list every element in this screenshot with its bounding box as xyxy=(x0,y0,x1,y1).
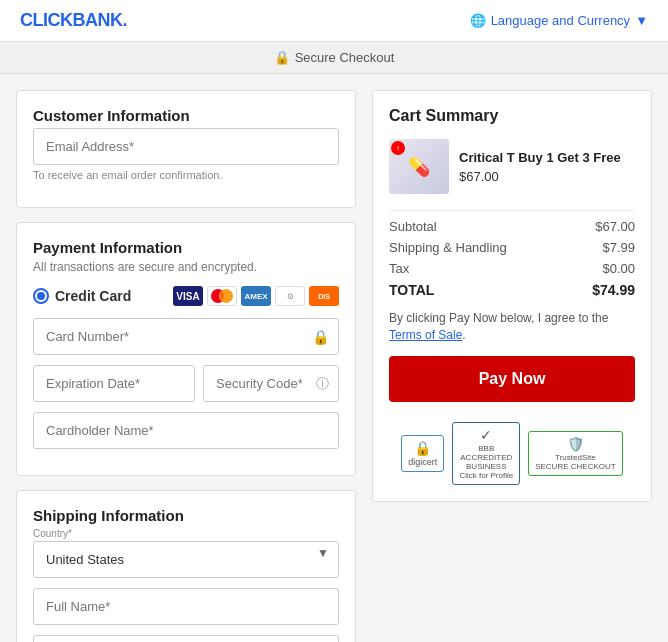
cart-summary-title: Cart Summary xyxy=(389,107,635,125)
subtotal-label: Subtotal xyxy=(389,219,437,234)
bbb-badge: ✓ BBB ACCREDITED BUSINESS Click for Prof… xyxy=(452,422,520,485)
fullname-group xyxy=(33,588,339,625)
terms-of-sale-link[interactable]: Terms of Sale xyxy=(389,328,462,342)
address-group xyxy=(33,635,339,642)
total-line: TOTAL $74.99 xyxy=(389,282,635,298)
card-number-group: 🔒 xyxy=(33,318,339,355)
card-icons: VISA AMEX ⊙ DIS xyxy=(173,286,339,306)
header: CLICKBANK. 🌐 Language and Currency ▼ xyxy=(0,0,668,42)
digicert-badge: 🔒 digicert xyxy=(401,435,444,472)
cart-summary-section: Cart Summary ! Critical T Buy 1 Get 3 Fr… xyxy=(372,90,652,502)
street-address-input[interactable] xyxy=(33,635,339,642)
tax-value: $0.00 xyxy=(602,261,635,276)
diners-icon: ⊙ xyxy=(275,286,305,306)
logo[interactable]: CLICKBANK. xyxy=(20,10,127,31)
country-label: Country* xyxy=(33,528,339,539)
logo-click: CLICK xyxy=(20,10,73,30)
logo-dot: . xyxy=(123,10,128,30)
tax-line: Tax $0.00 xyxy=(389,261,635,276)
amex-icon: AMEX xyxy=(241,286,271,306)
bbb-icon: ✓ xyxy=(480,427,492,443)
pay-now-button[interactable]: Pay Now xyxy=(389,356,635,402)
shipping-info-title: Shipping Information xyxy=(33,507,339,524)
info-icon: ⓘ xyxy=(316,375,329,393)
digicert-label: digicert xyxy=(408,457,437,467)
digicert-icon: 🔒 xyxy=(414,440,431,456)
bbb-label: BBB ACCREDITED BUSINESS Click for Profil… xyxy=(459,444,513,480)
customer-info-section: Customer Information To receive an email… xyxy=(16,90,356,208)
credit-card-text: Credit Card xyxy=(55,288,131,304)
expiry-security-row: ⓘ xyxy=(33,365,339,402)
secure-checkout-bar: 🔒 Secure Checkout xyxy=(0,42,668,74)
trusted-icon: 🛡️ xyxy=(567,436,584,452)
trusted-label: TrustedSite SECURE CHECKOUT xyxy=(535,453,615,471)
email-group: To receive an email order confirmation. xyxy=(33,128,339,181)
shipping-line: Shipping & Handling $7.99 xyxy=(389,240,635,255)
card-number-input[interactable] xyxy=(33,318,339,355)
cart-item-price: $67.00 xyxy=(459,169,635,184)
subtotal-line: Subtotal $67.00 xyxy=(389,219,635,234)
discover-icon: DIS xyxy=(309,286,339,306)
left-column: Customer Information To receive an email… xyxy=(16,90,356,642)
credit-card-label[interactable]: Credit Card xyxy=(33,288,131,304)
tax-label: Tax xyxy=(389,261,409,276)
fullname-input[interactable] xyxy=(33,588,339,625)
cart-item: ! Critical T Buy 1 Get 3 Free $67.00 xyxy=(389,139,635,194)
cart-item-badge: ! xyxy=(391,141,405,155)
cardholder-input[interactable] xyxy=(33,412,339,449)
lang-label: Language and Currency xyxy=(491,13,631,28)
visa-icon: VISA xyxy=(173,286,203,306)
payment-method-row: Credit Card VISA AMEX ⊙ DIS xyxy=(33,286,339,306)
country-select-wrap: Country* United States ▼ xyxy=(33,528,339,578)
expiration-input[interactable] xyxy=(33,365,195,402)
cart-divider xyxy=(389,210,635,211)
cart-item-info: Critical T Buy 1 Get 3 Free $67.00 xyxy=(459,150,635,184)
mastercard-icon xyxy=(207,286,237,306)
terms-post: . xyxy=(462,328,465,342)
cart-item-name: Critical T Buy 1 Get 3 Free xyxy=(459,150,635,165)
main-layout: Customer Information To receive an email… xyxy=(0,74,668,642)
language-currency-button[interactable]: 🌐 Language and Currency ▼ xyxy=(470,13,648,28)
cardholder-group xyxy=(33,412,339,449)
terms-text: By clicking Pay Now below, I agree to th… xyxy=(389,310,635,344)
customer-info-title: Customer Information xyxy=(33,107,339,124)
shipping-label: Shipping & Handling xyxy=(389,240,507,255)
country-select[interactable]: United States xyxy=(33,541,339,578)
shipping-value: $7.99 xyxy=(602,240,635,255)
payment-info-section: Payment Information All transactions are… xyxy=(16,222,356,476)
logo-bank: BANK xyxy=(73,10,123,30)
subtotal-value: $67.00 xyxy=(595,219,635,234)
email-input[interactable] xyxy=(33,128,339,165)
credit-card-radio[interactable] xyxy=(33,288,49,304)
globe-icon: 🌐 xyxy=(470,13,486,28)
terms-pre: By clicking Pay Now below, I agree to th… xyxy=(389,311,608,325)
trustedsite-badge: 🛡️ TrustedSite SECURE CHECKOUT xyxy=(528,431,622,476)
email-hint: To receive an email order confirmation. xyxy=(33,169,339,181)
country-group: Country* United States ▼ xyxy=(33,528,339,578)
payment-info-subtitle: All transactions are secure and encrypte… xyxy=(33,260,339,274)
payment-info-title: Payment Information xyxy=(33,239,339,256)
total-value: $74.99 xyxy=(592,282,635,298)
cart-item-image: ! xyxy=(389,139,449,194)
lock-icon: 🔒 xyxy=(312,329,329,345)
lock-icon: 🔒 xyxy=(274,50,290,65)
chevron-down-icon: ▼ xyxy=(635,13,648,28)
trust-badges: 🔒 digicert ✓ BBB ACCREDITED BUSINESS Cli… xyxy=(389,422,635,485)
shipping-info-section: Shipping Information Country* United Sta… xyxy=(16,490,356,642)
total-label: TOTAL xyxy=(389,282,434,298)
secure-checkout-text: Secure Checkout xyxy=(295,50,395,65)
right-column: Cart Summary ! Critical T Buy 1 Get 3 Fr… xyxy=(372,90,652,642)
